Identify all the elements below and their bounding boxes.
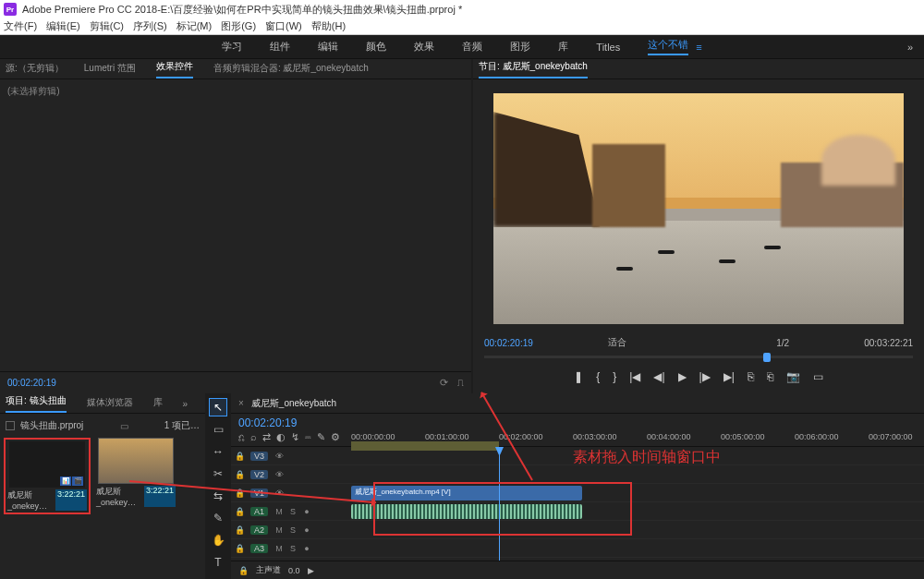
lock-icon[interactable]: 🔒 <box>235 489 245 498</box>
razor-tool[interactable]: ✂ <box>210 465 226 482</box>
tl-icon-5[interactable]: ⎓ <box>305 431 311 443</box>
video-preview <box>493 93 904 324</box>
ws-color[interactable]: 颜色 <box>366 40 386 54</box>
timeline-timecode[interactable]: 00:02:20:19 <box>238 416 344 429</box>
menu-clip[interactable]: 剪辑(C) <box>90 19 124 33</box>
ws-custom[interactable]: 这个不错 <box>648 38 688 55</box>
program-timecode[interactable]: 00:02:20:19 <box>484 338 533 348</box>
ws-edit[interactable]: 编辑 <box>318 40 338 54</box>
titlebar: Pr Adobe Premiere Pro CC 2018 - E:\百度经验\… <box>0 0 924 18</box>
snap-toggle[interactable]: ⎌ <box>238 431 245 443</box>
audio-clip[interactable] <box>351 504 582 519</box>
tab-program[interactable]: 节目: 威尼斯_onekeybatch <box>479 60 588 78</box>
video-clip[interactable]: 威尼斯_onekeybatch.mp4 [V] <box>351 486 582 501</box>
mark-in-button[interactable]: { <box>596 370 600 383</box>
lock-icon[interactable]: 🔒 <box>235 452 245 461</box>
go-to-out-button[interactable]: ▶| <box>723 370 735 383</box>
menu-help[interactable]: 帮助(H) <box>311 19 346 33</box>
workspace-tabs: 学习 组件 编辑 颜色 效果 音频 图形 库 Titles 这个不错 ≡ » <box>0 35 924 59</box>
zoom-fit[interactable]: 适合 <box>608 336 626 349</box>
document-path: E:\百度经验\如何在PR中实现简单的镜头扭曲效果\镜头扭曲.prproj * <box>161 3 462 17</box>
program-panel: 节目: 威尼斯_onekeybatch 00:02:20:19 适合 <box>473 59 924 393</box>
menu-sequence[interactable]: 序列(S) <box>133 19 167 33</box>
ws-assembly[interactable]: 组件 <box>270 40 290 54</box>
tab-lumetri[interactable]: Lumetri 范围 <box>84 62 136 78</box>
menu-edit[interactable]: 编辑(E) <box>46 19 80 33</box>
comparison-button[interactable]: ▭ <box>813 370 823 383</box>
lock-icon[interactable]: 🔒 <box>235 507 245 516</box>
no-clip-text: (未选择剪辑) <box>0 79 471 103</box>
lock-icon[interactable]: 🔒 <box>238 566 249 575</box>
project-name: 镜头扭曲.prproj <box>20 419 83 432</box>
menu-marker[interactable]: 标记(M) <box>176 19 213 33</box>
playback-controls: ❚ { } |◀ ◀| ▶ |▶ ▶| ⎘ ⎗ 📷 ▭ <box>477 364 920 390</box>
program-monitor[interactable] <box>477 83 920 334</box>
source-timecode[interactable]: 00:02:20:19 <box>7 378 56 388</box>
playhead-thumb[interactable] <box>763 353 771 362</box>
program-scrubber[interactable] <box>484 351 913 364</box>
tl-icon-4[interactable]: ↯ <box>291 431 299 443</box>
tab-project[interactable]: 项目: 镜头扭曲 <box>6 394 67 413</box>
slip-tool[interactable]: ⇆ <box>210 488 226 504</box>
tools-panel: ↖ ▭ ↔ ✂ ⇆ ✎ ✋ T <box>207 393 229 579</box>
tab-source[interactable]: 源:（无剪辑） <box>6 62 64 78</box>
selection-tool[interactable]: ↖ <box>210 399 226 416</box>
type-tool[interactable]: T <box>210 554 226 571</box>
master-label: 主声道 <box>256 564 281 576</box>
lock-icon[interactable]: 🔒 <box>235 544 245 553</box>
ripple-edit-tool[interactable]: ↔ <box>210 443 226 460</box>
step-forward-button[interactable]: |▶ <box>699 370 711 383</box>
tl-icon-6[interactable]: ✎ <box>317 431 325 443</box>
sequence-name[interactable]: 威尼斯_onekeybatch <box>251 397 336 410</box>
ws-more-icon[interactable]: » <box>907 42 913 53</box>
marker-toggle[interactable]: ⇄ <box>262 431 271 443</box>
src-wrench-icon[interactable]: ⎍ <box>457 377 464 389</box>
menu-file[interactable]: 文件(F) <box>4 19 37 33</box>
lift-button[interactable]: ⎘ <box>748 370 754 383</box>
filter-checkbox[interactable] <box>6 421 15 430</box>
resolution-half[interactable]: 1/2 <box>776 338 789 348</box>
master-value: 0.0 <box>288 566 300 575</box>
lock-icon[interactable]: 🔒 <box>235 470 245 479</box>
ws-audio[interactable]: 音频 <box>462 40 482 54</box>
new-bin-icon[interactable]: ▭ <box>120 421 128 431</box>
menubar: 文件(F) 编辑(E) 剪辑(C) 序列(S) 标记(M) 图形(G) 窗口(W… <box>0 18 924 35</box>
src-loop-icon[interactable]: ⟳ <box>440 377 448 389</box>
lock-icon[interactable]: 🔒 <box>235 525 245 535</box>
tab-more[interactable]: » <box>183 399 188 413</box>
ws-titles[interactable]: Titles <box>596 42 620 53</box>
settings-icon[interactable]: ⚙ <box>331 431 340 443</box>
mark-out-button[interactable]: } <box>613 370 616 383</box>
pen-tool[interactable]: ✎ <box>210 510 226 526</box>
project-item-2[interactable]: 威尼斯_onekey…3:22:21 <box>96 438 176 514</box>
extract-button[interactable]: ⎗ <box>767 370 773 383</box>
tab-libraries[interactable]: 库 <box>153 396 163 413</box>
ws-learn[interactable]: 学习 <box>222 40 242 54</box>
export-frame-button[interactable]: 📷 <box>786 370 800 383</box>
go-to-in-button[interactable]: |◀ <box>629 370 640 383</box>
timeline-toggles: ⎌ ⌕ ⇄ ◐ ↯ ⎓ ✎ ⚙ <box>238 431 344 443</box>
item-count: 1 项已… <box>164 419 200 432</box>
ws-effects[interactable]: 效果 <box>414 40 434 54</box>
play-button[interactable]: ▶ <box>678 370 687 383</box>
playhead[interactable] <box>499 447 500 561</box>
menu-window[interactable]: 窗口(W) <box>265 19 302 33</box>
app-icon: Pr <box>4 3 17 16</box>
project-item-1[interactable]: 📊🎬 威尼斯_onekey…3:22:21 <box>4 438 91 514</box>
step-back-button[interactable]: ◀| <box>653 370 664 383</box>
ws-graphic[interactable]: 图形 <box>510 40 530 54</box>
tracks-area[interactable]: 威尼斯_onekeybatch.mp4 [V] <box>351 447 924 561</box>
hand-tool[interactable]: ✋ <box>210 532 226 549</box>
ws-library[interactable]: 库 <box>558 40 568 54</box>
tab-media-browser[interactable]: 媒体浏览器 <box>87 396 133 413</box>
menu-graphic[interactable]: 图形(G) <box>221 19 256 33</box>
marker-icon[interactable]: ❚ <box>574 370 583 383</box>
project-panel: 项目: 镜头扭曲 媒体浏览器 库 » 镜头扭曲.prproj ▭ 1 项已… <box>0 393 205 579</box>
linked-toggle[interactable]: ⌕ <box>250 431 257 443</box>
timeline-panel: × 威尼斯_onekeybatch 00:02:20:19 ⎌ ⌕ ⇄ ◐ ↯ … <box>231 393 924 579</box>
ws-hamburger-icon[interactable]: ≡ <box>696 42 701 53</box>
track-select-tool[interactable]: ▭ <box>210 421 226 438</box>
tl-icon-3[interactable]: ◐ <box>276 431 286 443</box>
tab-audio-mixer[interactable]: 音频剪辑混合器: 威尼斯_onekeybatch <box>213 62 369 78</box>
tab-effect-controls[interactable]: 效果控件 <box>156 60 193 78</box>
